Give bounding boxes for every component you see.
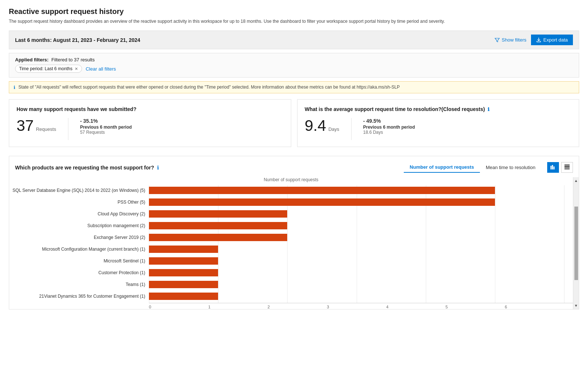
chart-axis-title: Number of support requests	[9, 177, 573, 182]
applied-filters-label: Applied filters:	[15, 57, 49, 62]
card1-metrics: 37 Requests - 35.1% Previous 6 month per…	[17, 118, 284, 140]
filter-tags: Time period: Last 6 months ✕ Clear all f…	[15, 65, 573, 73]
card2-prev-label: Previous 6 month period	[363, 125, 415, 130]
bar-row: PSS Other (5)	[9, 197, 564, 207]
x-tick: 1	[208, 305, 267, 309]
bar-row: Cloud App Discovery (2)	[9, 209, 564, 219]
bar-fill	[149, 234, 287, 241]
card2-secondary: - 49.5% Previous 6 month period 18.6 Day…	[363, 118, 415, 135]
card1-secondary: - 35.1% Previous 6 month period 57 Reque…	[80, 118, 132, 135]
filter-tag-label: Time period: Last 6 months	[19, 66, 72, 71]
info-banner-text: State of "All requests" will reflect sup…	[18, 85, 400, 90]
card1-title: How many support requests have we submit…	[17, 106, 284, 112]
svg-rect-1	[552, 165, 553, 169]
svg-rect-3	[564, 165, 570, 165]
card1-divider	[68, 118, 68, 140]
bar-row: Customer Protection (1)	[9, 268, 564, 278]
card2-title: What is the average support request time…	[305, 106, 572, 112]
page-title: Reactive support request history	[9, 7, 579, 16]
card2-metrics: 9.4 Days - 49.5% Previous 6 month period…	[305, 118, 572, 140]
card2-info-icon[interactable]: ℹ	[488, 107, 489, 112]
bar-label: Microsoft Configuration Manager (current…	[9, 247, 149, 252]
page-description: The support request history dashboard pr…	[9, 18, 579, 25]
chart-header: Which products are we requesting the mos…	[9, 162, 579, 173]
resolution-time-card: What is the average support request time…	[297, 99, 580, 147]
chart-view-icons	[547, 162, 573, 173]
bar-chart-view-button[interactable]	[547, 162, 559, 173]
card1-change: - 35.1%	[80, 118, 132, 124]
bar-row: Microsoft Sentinel (1)	[9, 256, 564, 266]
bar-row: Exchange Server 2019 (2)	[9, 232, 564, 243]
svg-rect-6	[564, 169, 570, 169]
list-icon	[564, 164, 570, 169]
info-banner: ℹ State of "All requests" will reflect s…	[9, 81, 579, 93]
filtered-count-text: Filtered to 37 results	[51, 57, 95, 62]
bar-track	[149, 210, 564, 218]
card2-change: - 49.5%	[363, 118, 415, 124]
filter-icon	[495, 37, 500, 43]
clear-all-filters-button[interactable]: Clear all filters	[86, 66, 116, 72]
bar-track	[149, 257, 564, 265]
bar-label: Customer Protection (1)	[9, 270, 149, 275]
bar-track	[149, 269, 564, 276]
bar-track	[149, 222, 564, 229]
bar-label: Cloud App Discovery (2)	[9, 211, 149, 216]
bar-track	[149, 281, 564, 288]
list-view-button[interactable]	[561, 162, 573, 173]
bar-label: Exchange Server 2019 (2)	[9, 235, 149, 240]
bar-label: PSS Other (5)	[9, 200, 149, 205]
cards-row: How many support requests have we submit…	[9, 99, 579, 147]
bar-track	[149, 246, 564, 253]
scroll-up-arrow[interactable]: ▲	[574, 179, 578, 183]
time-period-filter-tag: Time period: Last 6 months ✕	[15, 65, 82, 73]
bar-fill	[149, 187, 495, 194]
bar-label: Teams (1)	[9, 282, 149, 287]
scroll-down-arrow[interactable]: ▼	[574, 304, 578, 308]
x-tick: 3	[327, 305, 386, 309]
x-tick: 4	[386, 305, 445, 309]
card1-prev-label: Previous 6 month period	[80, 125, 132, 130]
bar-track	[149, 234, 564, 241]
card2-unit: Days	[328, 126, 339, 132]
card2-big-value: 9.4	[305, 118, 326, 133]
bar-fill	[149, 198, 495, 206]
bar-chart-scroll: Number of support requests SQL Server Da…	[9, 177, 573, 309]
bar-chart: SQL Server Database Engine (SQL) 2014 to…	[9, 185, 573, 303]
show-filters-button[interactable]: Show filters	[495, 37, 526, 43]
chart-tabs: Number of support requests Mean time to …	[404, 162, 541, 173]
scroll-thumb[interactable]	[574, 207, 578, 280]
card2-prev-value: 18.6 Days	[363, 130, 415, 135]
bar-label: 21Vianet Dynamics 365 for Customer Engag…	[9, 294, 149, 299]
svg-rect-0	[550, 166, 552, 169]
bar-fill	[149, 269, 218, 276]
x-axis: 0123456	[149, 303, 573, 309]
x-tick: 6	[505, 305, 564, 309]
bar-fill	[149, 222, 287, 229]
x-tick: 5	[445, 305, 505, 309]
svg-rect-5	[564, 168, 570, 168]
card1-main-metric: 37 Requests	[17, 118, 56, 133]
card1-big-value: 37	[17, 118, 34, 133]
x-tick: 2	[268, 305, 327, 309]
tab-mean-time[interactable]: Mean time to resolution	[480, 162, 541, 172]
bar-fill	[149, 246, 218, 253]
card1-prev-value: 57 Requests	[80, 130, 132, 135]
card1-unit: Requests	[36, 126, 56, 132]
bar-fill	[149, 281, 218, 288]
tab-number-of-requests[interactable]: Number of support requests	[404, 162, 480, 173]
x-tick: 0	[149, 305, 208, 309]
export-data-button[interactable]: Export data	[531, 35, 573, 45]
bar-label: Subscription management (2)	[9, 223, 149, 228]
bar-track	[149, 293, 564, 300]
info-icon: ℹ	[14, 85, 15, 90]
chart-section-title: Which products are we requesting the mos…	[15, 165, 154, 171]
bar-label: SQL Server Database Engine (SQL) 2014 to…	[9, 188, 149, 193]
requests-submitted-card: How many support requests have we submit…	[9, 99, 291, 147]
filters-section: Applied filters: Filtered to 37 results …	[9, 53, 579, 78]
chart-scrollbar: ▲ ▼	[573, 177, 579, 309]
chart-info-icon[interactable]: ℹ	[157, 165, 159, 171]
bar-row: SQL Server Database Engine (SQL) 2014 to…	[9, 185, 564, 196]
chart-header-left: Which products are we requesting the mos…	[15, 165, 159, 171]
date-bar: Last 6 months: August 21, 2023 - Februar…	[9, 31, 579, 49]
remove-filter-button[interactable]: ✕	[75, 67, 78, 71]
